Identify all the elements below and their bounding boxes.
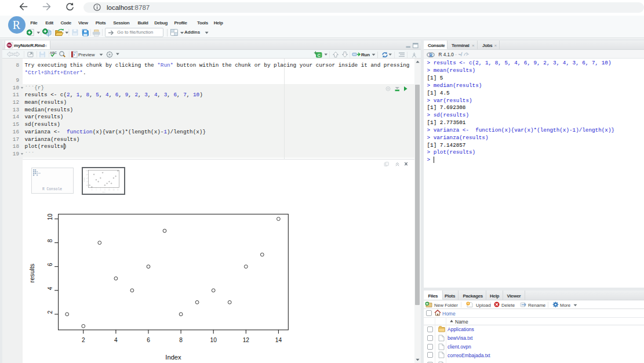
svg-text:10: 10 bbox=[47, 213, 53, 220]
svg-text:2: 2 bbox=[91, 188, 92, 190]
svg-text:4: 4 bbox=[86, 181, 87, 183]
svg-text:12: 12 bbox=[243, 337, 250, 343]
svg-text:R: R bbox=[429, 52, 433, 57]
svg-text:Index: Index bbox=[165, 354, 181, 361]
svg-text:4: 4 bbox=[47, 286, 53, 290]
svg-text:6: 6 bbox=[86, 177, 87, 179]
svg-text:4: 4 bbox=[96, 188, 97, 190]
svg-text:4: 4 bbox=[114, 337, 118, 343]
svg-text:10: 10 bbox=[210, 337, 217, 343]
svg-text:2: 2 bbox=[47, 310, 53, 314]
svg-text:8: 8 bbox=[47, 239, 53, 242]
svg-text:C: C bbox=[318, 52, 321, 57]
svg-text:Index: Index bbox=[101, 191, 105, 193]
svg-text:results: results bbox=[28, 263, 35, 282]
svg-text:10: 10 bbox=[86, 170, 88, 172]
svg-text:14: 14 bbox=[275, 337, 282, 343]
svg-text:results: results bbox=[83, 177, 85, 182]
svg-text:6: 6 bbox=[147, 337, 150, 343]
svg-text:6: 6 bbox=[47, 263, 53, 266]
svg-text:8: 8 bbox=[104, 188, 105, 190]
svg-text:14: 14 bbox=[117, 188, 119, 190]
svg-text:8: 8 bbox=[86, 173, 87, 175]
svg-text:ABC: ABC bbox=[50, 51, 57, 55]
svg-text:2: 2 bbox=[82, 337, 85, 343]
svg-text:2: 2 bbox=[86, 184, 87, 186]
svg-text:12: 12 bbox=[112, 188, 114, 190]
svg-text:10: 10 bbox=[108, 188, 110, 190]
svg-text:6: 6 bbox=[100, 188, 101, 190]
svg-text:8: 8 bbox=[179, 337, 183, 343]
